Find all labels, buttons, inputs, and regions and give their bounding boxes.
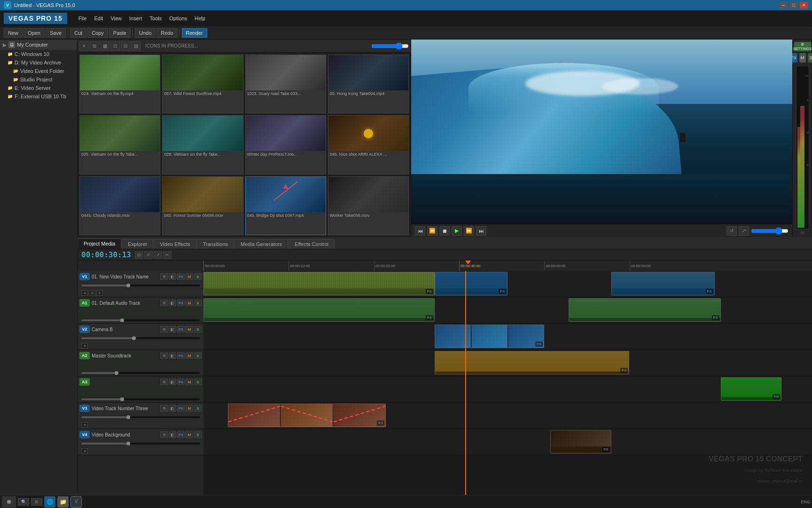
sidebar-drive-f[interactable]: 📁 F: External USB 10 Tb	[0, 92, 77, 101]
track-m-a2[interactable]: M	[186, 352, 193, 359]
menu-edit[interactable]: Edit	[90, 15, 107, 22]
track-btn-v3-1[interactable]: ◈	[81, 422, 88, 428]
tab-effects-control[interactable]: Effects Control	[289, 239, 335, 249]
track-settings-v3[interactable]: ⚙	[160, 405, 168, 412]
timeline-loop[interactable]: ↺	[144, 251, 153, 259]
track-fx-v3[interactable]: FX	[177, 405, 185, 412]
track-volume-v1[interactable]	[81, 285, 200, 286]
preview-next-frame[interactable]: ⏭	[476, 226, 486, 236]
cut-button[interactable]: Cut	[70, 28, 86, 38]
taskbar-browser[interactable]: 🌐	[44, 496, 55, 508]
preview-play[interactable]: ▶	[452, 226, 462, 236]
minimize-button[interactable]: ─	[779, 2, 788, 8]
clip-v1-3[interactable]: FX	[611, 272, 715, 295]
track-s-v3[interactable]: S	[194, 405, 202, 412]
media-thumb-1[interactable]: 023. Vietnam on the fly.mp4	[79, 55, 160, 113]
tab-video-effects[interactable]: Video Effects	[154, 239, 196, 249]
track-volume-a2[interactable]	[81, 372, 200, 374]
track-volume-a3[interactable]	[81, 398, 200, 400]
taskbar-search[interactable]: 🔍	[18, 498, 29, 506]
track-btn-v2-1[interactable]: ◈	[81, 343, 88, 349]
track-btn-v1-1[interactable]: ◈	[81, 290, 88, 296]
taskbar-task-view[interactable]: ⊞	[31, 498, 42, 506]
track-comp-v4[interactable]: ◧	[169, 431, 176, 438]
maximize-button[interactable]: □	[789, 2, 798, 8]
menu-view[interactable]: View	[107, 15, 125, 22]
track-comp-v1[interactable]: ◧	[169, 273, 176, 280]
track-comp-a3[interactable]: ◧	[169, 379, 176, 385]
preview-zoom-slider[interactable]	[751, 227, 789, 235]
media-list-view[interactable]: ≡	[79, 41, 89, 51]
media-thumb-3[interactable]: 1023. Scary road Take 033...	[245, 55, 326, 113]
media-thumb-12[interactable]: Worker Take056.mov	[328, 176, 409, 235]
redo-button[interactable]: Redo	[156, 28, 177, 38]
paste-button[interactable]: Paste	[109, 28, 131, 38]
track-m-v3[interactable]: M	[186, 405, 193, 412]
track-fx-v2[interactable]: FX	[177, 326, 185, 333]
media-thumb-2[interactable]: 057. Wild Forest SunRise.mp4	[162, 55, 243, 113]
tab-media-generators[interactable]: Media Generators	[234, 239, 288, 249]
copy-button[interactable]: Copy	[87, 28, 108, 38]
media-thumb-6[interactable]: 028. Vietnam on the fly Take...	[162, 115, 243, 174]
taskbar-vegas[interactable]: V	[70, 496, 82, 508]
media-thumb-5[interactable]: 025. Vietnam on the fly Take...	[79, 115, 160, 174]
media-thumb-7[interactable]: Winter day ProResLT.mo...	[245, 115, 326, 174]
clip-a3-1[interactable]: FX	[721, 377, 782, 401]
media-thumb-8[interactable]: 045. Nice shot ARRI ALEXA ...	[328, 115, 409, 174]
track-btn-v1-2[interactable]: ▤	[89, 290, 95, 296]
preview-rewind[interactable]: ⏪	[427, 226, 437, 236]
media-filter[interactable]: ▤	[131, 41, 141, 51]
sidebar-video-event-folder[interactable]: 📂 Video Event Folder	[0, 67, 77, 75]
track-s-a1[interactable]: S	[194, 300, 202, 306]
track-volume-a1[interactable]	[81, 319, 200, 321]
track-s-v1[interactable]: S	[194, 273, 202, 280]
clip-a1-1[interactable]: FX	[203, 298, 435, 322]
track-settings-a3[interactable]: ⚙	[160, 379, 168, 385]
track-volume-v2[interactable]	[81, 337, 200, 339]
track-m-a3[interactable]: M	[186, 379, 193, 385]
track-comp-a1[interactable]: ◧	[169, 300, 176, 306]
clip-v4-1[interactable]: FX	[550, 430, 611, 453]
tab-transitions[interactable]: Transitions	[197, 239, 234, 249]
clip-v1-1[interactable]: FX	[203, 272, 435, 295]
clip-v2-1[interactable]: FX	[435, 325, 544, 348]
preview-prev-frame[interactable]: ⏮	[415, 226, 425, 236]
track-comp-v3[interactable]: ◧	[169, 405, 176, 412]
preview-fullscreen[interactable]: ⤢	[739, 226, 749, 236]
sidebar-drive-c[interactable]: 📁 C: Windows 10	[0, 50, 77, 58]
menu-help[interactable]: Help	[191, 15, 209, 22]
track-m-v2[interactable]: M	[186, 326, 193, 333]
track-settings-v4[interactable]: ⚙	[160, 431, 168, 438]
track-settings-a1[interactable]: ⚙	[160, 300, 168, 306]
clip-v3-1[interactable]: FX	[228, 404, 386, 427]
sidebar-studio-project[interactable]: 📂 Studio Project	[0, 75, 77, 84]
start-button[interactable]: ⊞	[2, 496, 16, 508]
track-m-v1[interactable]: M	[186, 273, 193, 280]
media-large-view[interactable]: ⊡	[110, 41, 120, 51]
track-m-v4[interactable]: M	[186, 431, 193, 438]
track-fx-v4[interactable]: FX	[177, 431, 185, 438]
menu-file[interactable]: File	[75, 15, 91, 22]
save-button[interactable]: Save	[46, 28, 66, 38]
track-s-a2[interactable]: S	[194, 352, 202, 359]
track-comp-a2[interactable]: ◧	[169, 352, 176, 359]
media-thumb-9[interactable]: 0445. Cloudy Islands.mov	[79, 176, 160, 235]
menu-tools[interactable]: Tools	[146, 15, 166, 22]
m-button[interactable]: M	[799, 53, 806, 63]
new-button[interactable]: New	[4, 28, 23, 38]
track-settings-v1[interactable]: ⚙	[160, 273, 168, 280]
clip-a1-2[interactable]: FX	[569, 298, 721, 322]
track-volume-v3[interactable]	[81, 416, 200, 418]
timeline-cut[interactable]: ✂	[163, 251, 172, 259]
media-grid-view[interactable]: ⊞	[90, 41, 99, 51]
menu-options[interactable]: Options	[165, 15, 191, 22]
preview-loop[interactable]: ↺	[726, 226, 737, 236]
open-button[interactable]: Open	[23, 28, 45, 38]
media-thumb-10[interactable]: 045. Forest Sunrise 05698.mov	[162, 176, 243, 235]
track-volume-v4[interactable]	[81, 443, 200, 444]
track-fx-a3[interactable]: FX	[177, 379, 185, 385]
menu-insert[interactable]: Insert	[125, 15, 146, 22]
track-fx-a2[interactable]: FX	[177, 352, 185, 359]
track-m-a1[interactable]: M	[186, 300, 193, 306]
tab-project-media[interactable]: Project Media	[78, 238, 121, 249]
